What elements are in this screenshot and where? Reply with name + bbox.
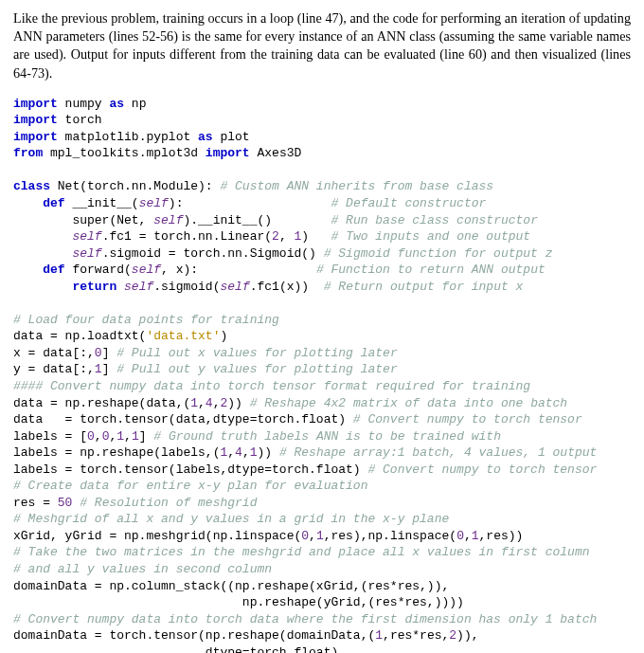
text: .fc1 = torch.nn.Linear( (102, 229, 272, 244)
comment: # Run base class constructor (331, 213, 538, 227)
num: 2 (272, 229, 279, 244)
text: domainData = np.column_stack((np.reshape… (13, 579, 449, 593)
text: ] (139, 429, 154, 444)
text: Axes3D (250, 146, 302, 160)
text: np (124, 97, 146, 111)
string: 'data.txt' (146, 329, 220, 343)
text: .sigmoid = torch.nn.Sigmoid() (102, 246, 324, 261)
text: super(Net, (13, 213, 153, 227)
num: 1 (250, 445, 258, 460)
self: self (72, 246, 101, 261)
kw-class: class (13, 179, 50, 193)
num: 2 (449, 628, 456, 643)
self: self (153, 213, 183, 227)
num: 1 (316, 529, 324, 543)
indent (13, 196, 43, 210)
text: x = data[:, (13, 346, 95, 360)
comment: # Take the two matrices in the meshgrid … (13, 545, 590, 559)
text: np.reshape(yGrid,(res*res,)))) (13, 595, 464, 609)
num: 50 (58, 496, 73, 510)
pad (272, 213, 331, 227)
text: mpl_toolkits.mplot3d (43, 146, 206, 160)
num: 0 (95, 346, 102, 360)
text: , x): (161, 263, 198, 277)
comment: # Resolution of meshgrid (80, 496, 257, 510)
comment: # Return output for input x (324, 280, 524, 294)
comment: # Pull out y values for plotting later (116, 362, 397, 376)
comment: # Two inputs and one output (331, 229, 531, 244)
text: )) (258, 445, 279, 460)
text: torch (58, 113, 102, 127)
self: self (220, 280, 249, 294)
kw-import: import (206, 146, 250, 160)
text: ) (301, 229, 309, 244)
self: self (132, 263, 161, 277)
text: labels = np.reshape(labels,( (13, 445, 220, 460)
comment: # Create data for entire x-y plan for ev… (13, 479, 367, 493)
self: self (72, 229, 101, 244)
code-block: import numpy as np import torch import m… (13, 96, 631, 653)
self: self (139, 196, 169, 210)
intro-paragraph: Like the previous problem, training occu… (13, 9, 631, 82)
num: 0 (301, 529, 309, 543)
comment: # Default constructor (331, 196, 487, 210)
text: labels = [ (13, 429, 87, 444)
num: 4 (206, 396, 213, 410)
indent (13, 280, 72, 294)
text: .fc1(x)) (250, 280, 309, 294)
comment: # Convert numpy to torch tensor (353, 412, 582, 426)
text: data = torch.tensor(data,dtype=torch.flo… (13, 412, 353, 426)
comment: # and all y values in second column (13, 562, 272, 576)
text: )), (456, 628, 478, 643)
text: , (242, 445, 250, 460)
num: 1 (190, 396, 198, 410)
text: ,res),np.linspace( (324, 529, 456, 543)
kw-import: import (13, 97, 58, 111)
num: 0 (456, 529, 464, 543)
text: , (95, 429, 102, 444)
kw-def: def (43, 263, 64, 277)
text: data = np.loadtxt( (13, 329, 146, 343)
text: y = data[:, (13, 362, 95, 376)
kw-import: import (13, 113, 58, 127)
text: ] (102, 362, 117, 376)
text: xGrid, yGrid = np.meshgrid(np.linspace( (13, 529, 301, 543)
comment: # Load four data points for training (13, 313, 279, 327)
text: data = np.reshape(data,( (13, 396, 190, 410)
text: ] (102, 346, 117, 360)
pad (183, 196, 331, 210)
comment: # Reshape array:1 batch, 4 values, 1 out… (279, 445, 597, 460)
comment: # Custom ANN inherits from base class (220, 179, 493, 193)
kw-as: as (109, 97, 124, 111)
num: 4 (235, 445, 242, 460)
kw-def: def (43, 196, 64, 210)
text: __init__( (65, 196, 139, 210)
text: )) (227, 396, 249, 410)
num: 1 (472, 529, 479, 543)
comment: # Sigmoid function for output z (324, 246, 553, 261)
kw-from: from (13, 146, 43, 160)
text: numpy (58, 97, 110, 111)
text: , (198, 396, 206, 410)
text: Net(torch.nn.Module): (50, 179, 220, 193)
comment: #### Convert numpy data into torch tenso… (13, 379, 530, 393)
text: forward( (65, 263, 132, 277)
text: , (464, 529, 472, 543)
text: matplotlib.pyplot (58, 130, 198, 144)
text: .sigmoid( (153, 280, 220, 294)
num: 0 (87, 429, 95, 444)
comment: # Reshape 4x2 matrix of data into one ba… (250, 396, 567, 410)
text: domainData = torch.tensor(np.reshape(dom… (13, 628, 375, 643)
self: self (124, 280, 153, 294)
text: labels = torch.tensor(labels,dtype=torch… (13, 463, 367, 477)
num: 1 (116, 429, 124, 444)
kw-as: as (198, 130, 213, 144)
text (116, 280, 124, 294)
num: 1 (95, 362, 102, 376)
comment: # Function to return ANN output (316, 263, 546, 277)
pad (309, 229, 331, 244)
text: ) (220, 329, 227, 343)
kw-return: return (72, 280, 116, 294)
text: , (124, 429, 132, 444)
text: , (279, 229, 295, 244)
